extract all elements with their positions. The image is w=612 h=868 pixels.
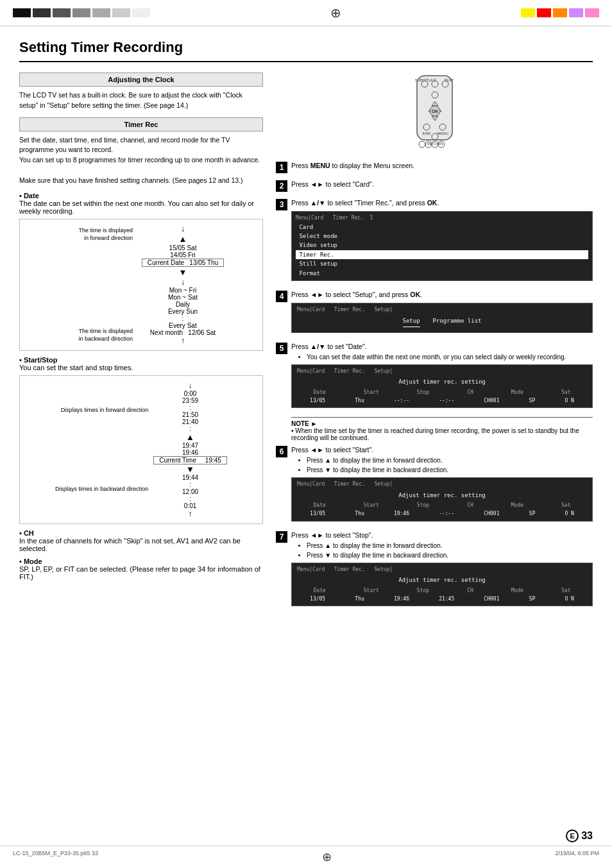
- step-5-menu: Menu|Card Timer Rec. Setup| Adjust timer…: [291, 364, 593, 409]
- date-mon-fri: Mon ~ Fri: [169, 287, 197, 294]
- time-diag-labels: Displays times in forward direction Disp…: [55, 381, 153, 518]
- step-3-menu-item-timer: Timer Rec.: [296, 250, 588, 259]
- timer-rec-intro2: You can set up to 8 programmes for timer…: [19, 156, 260, 164]
- step-2: 2 Press ◄► to select "Card".: [276, 180, 593, 192]
- page-title: Setting Timer Recording: [19, 39, 593, 62]
- right-column: SUBTITLE II TEXT OK: [276, 72, 593, 615]
- setup-tab: Setup: [403, 316, 420, 327]
- step-7-content: Press ◄► to select "Stop". Press ▲ to di…: [291, 531, 593, 609]
- date-label: • Date: [19, 192, 39, 200]
- time-arrow-up: ↑: [189, 509, 192, 518]
- mode-label: • Mode: [19, 557, 42, 565]
- date-mon-sat: Mon ~ Sat: [168, 294, 198, 301]
- time-0-01: 0:01: [184, 502, 196, 509]
- time-19-47: 19:47: [182, 442, 198, 449]
- time-23-59: 23:59: [182, 397, 198, 404]
- step-6-menu-sub: Adjust timer rec. setting: [297, 491, 587, 500]
- arrow-up-bot: ↑: [181, 336, 185, 345]
- timer-rec-intro: Set the date, start time, end time, chan…: [19, 135, 263, 186]
- step-5-menu-cols: DateStartStopCHModeSat: [297, 389, 587, 397]
- date-diag-outer: The time is displayedin forward directio…: [22, 225, 260, 345]
- svg-text:MENU: MENU: [437, 132, 448, 135]
- adjusting-clock-text: The LCD TV set has a built-in clock. Be …: [19, 90, 263, 111]
- start-stop-text: You can set the start and stop times.: [19, 364, 133, 371]
- date-diagram: The time is displayedin forward directio…: [19, 219, 263, 351]
- time-arrow-down: ↓: [189, 381, 192, 390]
- step-3: 3 Press ▲/▼ to select "Timer Rec.", and …: [276, 198, 593, 284]
- bottom-bar: LC-15_20B5M_E_P33-35.p65 33 ⊕ 2/19/04, 6…: [0, 846, 612, 868]
- note-text: • When the time set by the timer is reac…: [291, 427, 593, 441]
- step-7-menu-sub: Adjust timer rec. setting: [297, 575, 587, 584]
- time-colon4: :: [189, 495, 191, 502]
- step-4-menu: Menu|Card Timer Rec. Setup| Setup Progra…: [291, 303, 593, 333]
- date-diag-labels: The time is displayedin forward directio…: [55, 225, 138, 345]
- time-diag-outer: Displays times in forward direction Disp…: [22, 381, 260, 518]
- svg-text:TEXT: TEXT: [444, 78, 454, 82]
- main-content: Setting Timer Recording Adjusting the Cl…: [0, 26, 612, 628]
- step-6-number: 6: [276, 446, 287, 457]
- step-5-number: 5: [276, 343, 287, 354]
- step-6-menu-header: Menu|Card Timer Rec. Setup|: [297, 481, 587, 489]
- step-6-bullets: Press ▲ to display the time in forward d…: [291, 455, 593, 475]
- step-5-content: Press ▲/▼ to set "Date". You can set the…: [291, 342, 593, 411]
- step-4-menu-header: Menu|Card Timer Rec. Setup|: [297, 306, 587, 314]
- step-6-bullet-2: Press ▼ to display the time in backward …: [307, 465, 593, 475]
- step-7-menu-header: Menu|Card Timer Rec. Setup|: [297, 566, 587, 574]
- step-3-menu: Menu|Card Timer Rec. 1 Card Select mode …: [291, 211, 593, 281]
- timer-rec-header: Timer Rec: [19, 117, 263, 132]
- date-every-sat: Every Sat: [169, 322, 196, 329]
- svg-text:RETURN: RETURN: [427, 142, 443, 146]
- time-colon1: :: [189, 404, 191, 411]
- step-3-menu-item-select: Select mode: [296, 232, 588, 241]
- time-colon2: :: [189, 425, 191, 432]
- step-7-bullet-1: Press ▲ to display the time in forward d…: [307, 541, 593, 550]
- time-19-46: 19:46: [182, 449, 198, 456]
- top-decorative-bar: ⊕: [0, 0, 612, 26]
- step-2-content: Press ◄► to select "Card".: [291, 180, 593, 190]
- time-colon3: :: [189, 481, 191, 488]
- step-7-bullet-2: Press ▼ to display the time in backward …: [307, 550, 593, 560]
- mode-bullet: • Mode SP, LP, EP, or FIT can be selecte…: [19, 557, 263, 581]
- date-text: The date can be set within the next one …: [19, 200, 254, 215]
- arrow-down-indicator: ↓: [181, 278, 185, 287]
- time-21-40: 21:40: [182, 418, 198, 425]
- compass-symbol: ⊕: [330, 5, 341, 21]
- date-colon: :: [182, 315, 184, 322]
- current-date-box: Current Date 13/05 Thu: [142, 259, 224, 267]
- ch-label: • CH: [19, 529, 34, 537]
- step-2-number: 2: [276, 180, 287, 192]
- date-daily: Daily: [176, 301, 190, 308]
- step-7: 7 Press ◄► to select "Stop". Press ▲ to …: [276, 531, 593, 609]
- forward-time-label: Displays times in forward direction: [61, 407, 149, 414]
- step-5: 5 Press ▲/▼ to set "Date". You can set t…: [276, 342, 593, 411]
- left-column: Adjusting the Clock The LCD TV set has a…: [19, 72, 263, 615]
- time-21-50: 21:50: [182, 411, 198, 418]
- bottom-right-text: 2/19/04, 6:05 PM: [555, 850, 599, 864]
- backward-time-label: Displays times in backward direction: [55, 486, 148, 493]
- step-5-bullet-1: You can set the date within the next one…: [307, 352, 593, 362]
- date-15-05: 15/05 Sat: [169, 244, 197, 251]
- page-number: 33: [581, 830, 593, 842]
- svg-text:OK: OK: [431, 109, 438, 114]
- date-14-05: 14/05 Fri: [170, 251, 195, 259]
- current-time-box: Current Time 19:45: [153, 456, 227, 464]
- color-block-orange: [553, 8, 567, 17]
- step-3-menu-item-card: Card: [296, 223, 588, 232]
- time-0-00: 0:00: [184, 390, 196, 397]
- step-4-number: 4: [276, 291, 287, 302]
- step-7-bullets: Press ▲ to display the time in forward d…: [291, 541, 593, 560]
- forward-direction-label: The time is displayedin forward directio…: [78, 227, 133, 242]
- svg-text:II: II: [434, 78, 436, 82]
- time-diagram: Displays times in forward direction Disp…: [19, 375, 263, 524]
- svg-text:SUBTITLE: SUBTITLE: [414, 78, 433, 82]
- step-6-bullet-1: Press ▲ to display the time in forward d…: [307, 455, 593, 465]
- date-next-month: Next month 12/06 Sat: [150, 329, 216, 336]
- top-bar-left-blocks: [13, 8, 150, 17]
- mode-text: SP, LP, EP, or FIT can be selected. (Ple…: [19, 565, 260, 581]
- backward-direction-label: The time is displayedin backward directi…: [78, 328, 133, 343]
- note-box: NOTE ► • When the time set by the timer …: [291, 417, 593, 441]
- tri-down: ▼: [179, 268, 187, 277]
- ch-text: In the case of channels for which "Skip"…: [19, 537, 241, 552]
- step-1: 1 Press MENU to display the Menu screen.: [276, 161, 593, 173]
- content-columns: Adjusting the Clock The LCD TV set has a…: [19, 72, 593, 615]
